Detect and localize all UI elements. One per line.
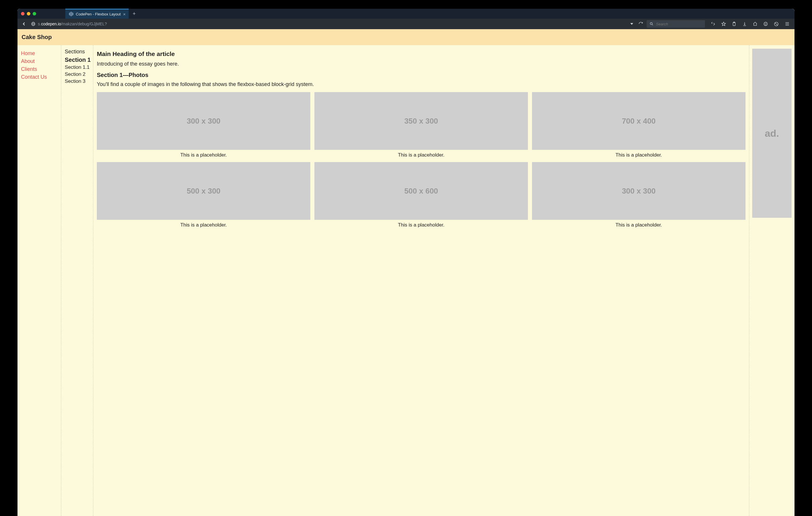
history-dropdown-button[interactable] bbox=[629, 23, 635, 25]
placeholder-image: 300 x 300 bbox=[532, 162, 746, 220]
downloads-icon[interactable] bbox=[740, 22, 749, 26]
article-intro: Introducing of the essay goes here. bbox=[97, 61, 746, 67]
nav-link-clients[interactable]: Clients bbox=[21, 66, 57, 72]
search-input[interactable] bbox=[656, 22, 702, 26]
developer-icon[interactable] bbox=[708, 22, 718, 26]
placeholder-image: 500 x 600 bbox=[314, 162, 528, 220]
smiley-icon[interactable] bbox=[761, 22, 770, 26]
back-button[interactable] bbox=[20, 20, 28, 28]
toc-item-section-2[interactable]: Section 2 bbox=[65, 71, 90, 77]
browser-tab[interactable]: CodePen - Flexbox Layout × bbox=[65, 9, 128, 19]
image-caption: This is a placeholder. bbox=[180, 152, 227, 158]
article: Main Heading of the article Introducing … bbox=[93, 45, 749, 516]
toc-item-section-1-1[interactable]: Section 1.1 bbox=[65, 64, 90, 70]
close-window-button[interactable] bbox=[21, 12, 25, 16]
clipboard-icon[interactable] bbox=[729, 22, 739, 26]
url-prefix: s. bbox=[38, 22, 41, 26]
columns: Home About Clients Contact Us Sections S… bbox=[18, 45, 794, 516]
tab-title: CodePen - Flexbox Layout bbox=[76, 12, 121, 16]
toc-title: Sections bbox=[65, 49, 90, 55]
svg-marker-9 bbox=[722, 22, 725, 26]
ad-column: ad. bbox=[749, 45, 794, 516]
home-icon[interactable] bbox=[750, 22, 760, 26]
placeholder-image: 700 x 400 bbox=[532, 92, 746, 150]
site-title: Cake Shop bbox=[18, 29, 794, 45]
grid-card: 300 x 300 This is a placeholder. bbox=[532, 162, 746, 228]
zoom-window-button[interactable] bbox=[33, 12, 36, 16]
svg-point-14 bbox=[765, 23, 765, 24]
codepen-icon bbox=[69, 12, 74, 16]
image-caption: This is a placeholder. bbox=[180, 222, 227, 228]
placeholder-image: 500 x 300 bbox=[97, 162, 310, 220]
toolbar-right-icons bbox=[708, 21, 792, 27]
minimize-window-button[interactable] bbox=[27, 12, 30, 16]
primary-nav: Home About Clients Contact Us bbox=[18, 45, 61, 516]
page-viewport: Cake Shop Home About Clients Contact Us … bbox=[18, 29, 794, 516]
toc-item-section-3[interactable]: Section 3 bbox=[65, 79, 90, 84]
grid-card: 300 x 300 This is a placeholder. bbox=[97, 92, 310, 158]
address-bar[interactable]: s.codepen.io/makzan/debug/GJjMEL? bbox=[38, 22, 107, 26]
placeholder-image: 300 x 300 bbox=[97, 92, 310, 150]
nav-link-contact[interactable]: Contact Us bbox=[21, 74, 57, 80]
svg-point-15 bbox=[766, 23, 766, 24]
nav-link-home[interactable]: Home bbox=[21, 51, 57, 57]
section-1-body: You'll find a couple of images in the fo… bbox=[97, 81, 746, 87]
svg-rect-12 bbox=[743, 25, 746, 26]
grid-card: 500 x 600 This is a placeholder. bbox=[314, 162, 528, 228]
window-controls bbox=[21, 12, 36, 16]
nav-link-about[interactable]: About bbox=[21, 58, 57, 64]
new-tab-button[interactable]: + bbox=[128, 11, 140, 17]
placeholder-image: 350 x 300 bbox=[314, 92, 528, 150]
reload-button[interactable] bbox=[637, 22, 645, 26]
browser-window: CodePen - Flexbox Layout × + s.codepen.i… bbox=[18, 9, 794, 516]
globe-icon bbox=[31, 22, 36, 26]
toolbar: s.codepen.io/makzan/debug/GJjMEL? bbox=[18, 19, 794, 29]
ad-placeholder: ad. bbox=[752, 49, 791, 218]
svg-point-7 bbox=[650, 23, 652, 25]
tab-strip: CodePen - Flexbox Layout × + bbox=[18, 9, 794, 19]
url-host: codepen.io bbox=[41, 22, 61, 26]
toc-item-section-1[interactable]: Section 1 bbox=[65, 57, 90, 63]
search-icon bbox=[649, 22, 654, 26]
sections-toc: Sections Section 1 Section 1.1 Section 2… bbox=[61, 45, 93, 516]
article-heading: Main Heading of the article bbox=[97, 51, 746, 57]
image-grid: 300 x 300 This is a placeholder. 350 x 3… bbox=[97, 92, 746, 228]
image-caption: This is a placeholder. bbox=[398, 222, 444, 228]
section-1-title: Section 1—Photos bbox=[97, 72, 746, 79]
search-box[interactable] bbox=[647, 20, 705, 28]
url-path: /makzan/debug/GJjMEL? bbox=[61, 22, 107, 26]
grid-card: 350 x 300 This is a placeholder. bbox=[314, 92, 528, 158]
svg-line-8 bbox=[652, 24, 653, 25]
hamburger-menu-icon[interactable] bbox=[782, 21, 792, 27]
svg-point-13 bbox=[764, 22, 767, 26]
image-caption: This is a placeholder. bbox=[615, 222, 662, 228]
grid-card: 700 x 400 This is a placeholder. bbox=[532, 92, 746, 158]
noscript-icon[interactable] bbox=[772, 22, 781, 27]
grid-card: 500 x 300 This is a placeholder. bbox=[97, 162, 310, 228]
close-tab-button[interactable]: × bbox=[123, 12, 126, 17]
image-caption: This is a placeholder. bbox=[398, 152, 444, 158]
svg-marker-6 bbox=[630, 23, 633, 25]
bookmark-star-icon[interactable] bbox=[719, 22, 728, 26]
image-caption: This is a placeholder. bbox=[615, 152, 662, 158]
